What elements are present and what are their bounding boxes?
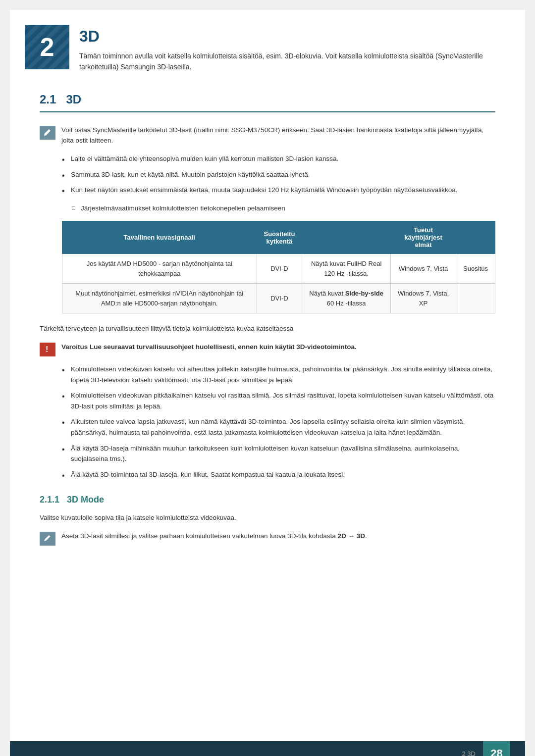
subsection-note-icon (40, 532, 55, 546)
subsection-2-1-1-number: 2.1.1 (40, 495, 59, 505)
warning-bullet-1: Kolmiulotteisen videokuvan katselu voi a… (62, 364, 495, 385)
table-header-recommendation (456, 221, 495, 254)
bullet-item-1: Laite ei välttämättä ole yhteensopiva mu… (62, 153, 495, 164)
warning-box: ! Varoitus Lue seuraavat turvallisuusohj… (40, 342, 495, 356)
chapter-title-area: 3D Tämän toiminnon avulla voit katsella … (79, 25, 485, 73)
subsection-desc: Valitse kuvatulolle sopiva tila ja katse… (40, 512, 495, 523)
table-row: Muut näytönohjaimet, esimerkiksi nVIDIAn… (62, 284, 495, 313)
chapter-header: 2 3D Tämän toiminnon avulla voit katsell… (10, 10, 525, 83)
table-cell-signal-1: Jos käytät AMD HD5000 - sarjan näytönohj… (62, 254, 257, 284)
section-2-1-title: 3D (66, 93, 81, 106)
warning-bullet-3: Aikuisten tulee valvoa lapsia jatkuvasti… (62, 416, 495, 438)
chapter-desc: Tämän toiminnon avulla voit katsella kol… (79, 50, 485, 73)
subsection-2-1-1-header: 2.1.1 3D Mode (40, 495, 495, 505)
chapter-title: 3D (79, 27, 485, 46)
table-header-signal: Tavallinen kuvasignaali (62, 221, 257, 254)
table-cell-rec-1: Suositus (456, 254, 495, 284)
section-2-1-header: 2.1 3D (40, 93, 495, 112)
page-footer: 2 3D 28 (10, 741, 525, 756)
note-icon (40, 126, 55, 140)
page: 2 3D Tämän toiminnon avulla voit katsell… (10, 10, 525, 756)
pencil-icon (43, 128, 52, 137)
table-row: Jos käytät AMD HD5000 - sarjan näytönohj… (62, 254, 495, 284)
chapter-number: 2 (40, 32, 54, 62)
section-2-1-number: 2.1 (40, 93, 56, 106)
sub-bullet-item-1: Järjestelmävaatimukset kolmiulotteisten … (72, 203, 495, 214)
subsection-note-box: Aseta 3D-lasit silmillesi ja valitse par… (40, 531, 495, 546)
warning-bullet-5: Älä käytä 3D-toimintoa tai 3D-laseja, ku… (62, 469, 495, 480)
requirements-table: Tavallinen kuvasignaali Suositeltukytken… (62, 221, 495, 313)
table-cell-conn-2: DVI-D (257, 284, 302, 313)
table-cell-conn-1: DVI-D (257, 254, 302, 284)
pencil-icon-2 (43, 534, 52, 543)
note-box: Voit ostaa SyncMasterille tarkoitetut 3D… (40, 125, 495, 146)
footer-page-number: 28 (483, 741, 510, 756)
warning-text: Varoitus Lue seuraavat turvallisuusohjee… (61, 342, 357, 353)
content-area: 2.1 3D Voit ostaa SyncMasterille tarkoit… (10, 83, 525, 568)
svg-text:!: ! (46, 345, 48, 353)
table-header-empty (302, 221, 391, 254)
table-cell-desc-2: Näytä kuvat Side-by-side 60 Hz -tilassa (302, 284, 391, 313)
footer-text: 2 3D (462, 750, 476, 756)
table-header-connection: Suositeltukytkentä (257, 221, 302, 254)
warning-bullet-4: Älä käytä 3D-laseja mihinkään muuhun tar… (62, 443, 495, 464)
table-header-os: Tuetutkäyttöjärjestelmät (390, 221, 456, 254)
warning-icon: ! (40, 343, 55, 356)
bullet-item-3: Kun teet näytön asetukset ensimmäistä ke… (62, 185, 495, 196)
table-cell-desc-1: Näytä kuvat FullHD Real 120 Hz -tilassa. (302, 254, 391, 284)
subsection-2-1-1-title: 3D Mode (67, 495, 104, 505)
note-text: Voit ostaa SyncMasterille tarkoitetut 3D… (61, 125, 495, 146)
table-cell-os-2: Windows 7, Vista, XP (390, 284, 456, 313)
table-cell-rec-2 (456, 284, 495, 313)
info-text: Tärkeitä terveyteen ja turvallisuuteen l… (40, 323, 495, 334)
warning-bullet-list: Kolmiulotteisen videokuvan katselu voi a… (62, 364, 495, 480)
subsection-note-text: Aseta 3D-lasit silmillesi ja valitse par… (61, 531, 367, 542)
exclamation-icon: ! (43, 345, 52, 354)
bullet-item-2: Sammuta 3D-lasit, kun et käytä niitä. Mu… (62, 169, 495, 180)
table-header-row: Tavallinen kuvasignaali Suositeltukytken… (62, 221, 495, 254)
sub-bullet-list: Järjestelmävaatimukset kolmiulotteisten … (72, 203, 495, 214)
table-cell-os-1: Windows 7, Vista (390, 254, 456, 284)
warning-bullet-2: Kolmiulotteisen videokuvan pitkäaikainen… (62, 390, 495, 411)
chapter-number-box: 2 (25, 25, 69, 69)
main-bullet-list: Laite ei välttämättä ole yhteensopiva mu… (62, 153, 495, 196)
table-cell-signal-2: Muut näytönohjaimet, esimerkiksi nVIDIAn… (62, 284, 257, 313)
